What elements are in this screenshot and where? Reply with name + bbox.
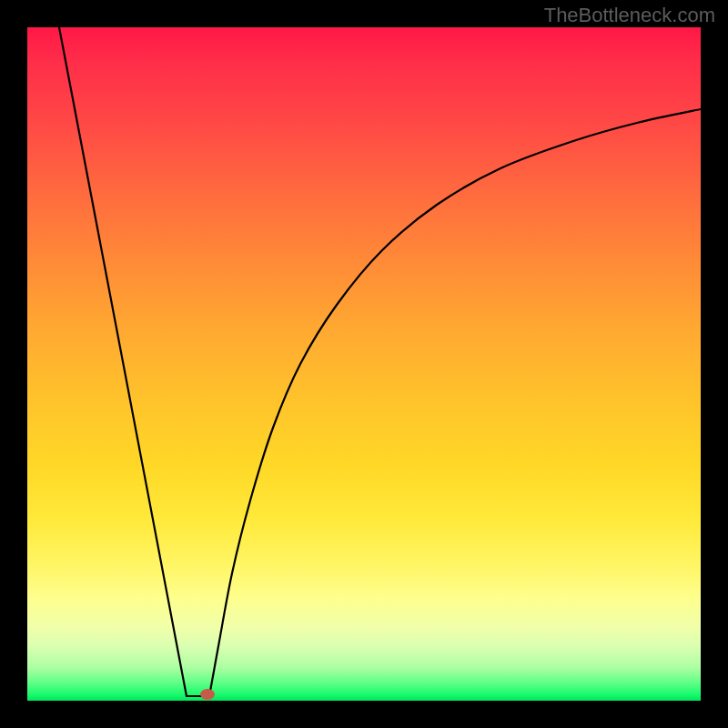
chart-frame xyxy=(27,27,701,701)
chart-svg xyxy=(27,27,701,701)
bottleneck-curve xyxy=(59,27,701,696)
watermark-text: TheBottleneck.com xyxy=(544,4,715,27)
plot-area xyxy=(27,27,701,701)
minimum-marker xyxy=(200,689,215,700)
